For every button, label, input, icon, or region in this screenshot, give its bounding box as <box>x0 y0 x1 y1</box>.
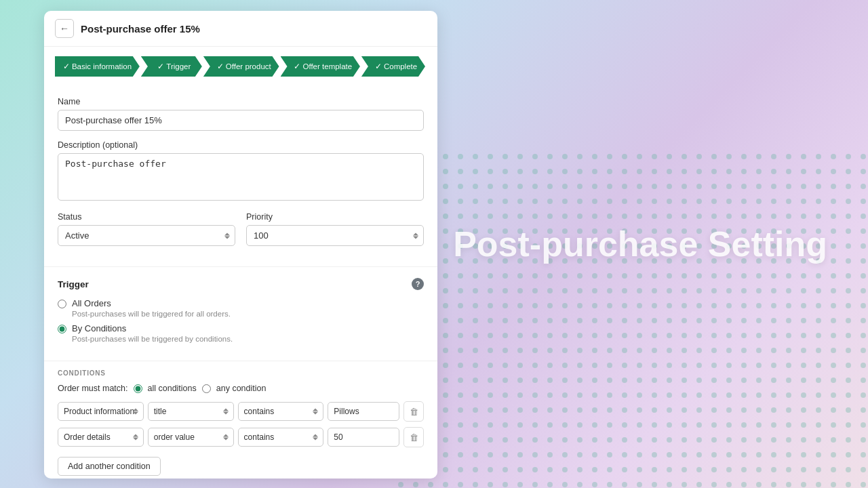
description-group: Description (optional) Post-purchase off… <box>58 140 424 203</box>
condition-type-2-wrap: Product information Order details <box>58 428 144 447</box>
status-group: Status Active Inactive <box>58 212 235 246</box>
main-card: ← Post-purchase offer 15% ✓ Basic inform… <box>44 11 437 479</box>
card-header: ← Post-purchase offer 15% <box>44 11 437 47</box>
trigger-options: All Orders Post-purchases will be trigge… <box>58 298 424 343</box>
condition-field-1-select[interactable]: title id vendor <box>148 402 234 421</box>
card-title: Post-purchase offer 15% <box>81 23 200 35</box>
background-title: Post-purchase Setting <box>453 224 827 264</box>
condition-operator-1-wrap: contains does not contain equals <box>238 402 324 421</box>
by-conditions-desc: Post-purchases will be triggered by cond… <box>72 335 233 343</box>
all-orders-label-text: All Orders <box>72 298 231 308</box>
by-conditions-label[interactable]: By Conditions Post-purchases will be tri… <box>58 323 424 343</box>
conditions-section: CONDITIONS Order must match: all conditi… <box>44 361 437 479</box>
status-label: Status <box>58 212 235 222</box>
trigger-section: Trigger ? All Orders Post-purchases will… <box>44 267 437 361</box>
condition-type-1-wrap: Product information Order details <box>58 402 144 421</box>
step-offer-template[interactable]: ✓ Offer template <box>281 56 360 77</box>
delete-condition-2-button[interactable]: 🗑 <box>403 427 424 447</box>
condition-value-2-wrap <box>328 428 399 447</box>
by-conditions-option: By Conditions Post-purchases will be tri… <box>58 323 424 343</box>
condition-type-1-select[interactable]: Product information Order details <box>58 402 144 421</box>
all-conditions-label: all conditions <box>148 384 197 393</box>
basic-info-section: Name Description (optional) Post-purchas… <box>44 86 437 267</box>
conditions-label: CONDITIONS <box>58 369 424 377</box>
back-icon: ← <box>60 23 69 34</box>
condition-row-1: Product information Order details title … <box>58 401 424 422</box>
by-conditions-label-text: By Conditions <box>72 323 233 333</box>
condition-value-2-input[interactable] <box>328 428 399 447</box>
match-row: Order must match: all conditions any con… <box>58 384 424 393</box>
priority-label: Priority <box>246 212 424 222</box>
priority-wrap <box>246 225 424 246</box>
priority-group: Priority <box>246 212 424 256</box>
condition-operator-2-wrap: contains more than less than <box>238 428 324 447</box>
name-input[interactable] <box>58 110 424 131</box>
all-conditions-radio[interactable] <box>134 384 142 393</box>
match-text: Order must match: <box>58 384 128 393</box>
any-condition-label: any condition <box>216 384 267 393</box>
status-select[interactable]: Active Inactive <box>58 225 235 246</box>
step-basic-information[interactable]: ✓ Basic information <box>55 56 140 77</box>
name-label: Name <box>58 97 424 106</box>
trigger-title: Trigger <box>58 279 89 289</box>
condition-type-2-select[interactable]: Product information Order details <box>58 428 144 447</box>
condition-field-1-wrap: title id vendor <box>148 402 234 421</box>
condition-field-2-select[interactable]: order value order count <box>148 428 234 447</box>
description-input[interactable]: Post-purchase offer <box>58 153 424 201</box>
delete-condition-1-button[interactable]: 🗑 <box>403 401 424 422</box>
step-trigger[interactable]: ✓ Trigger <box>141 56 202 77</box>
condition-value-1-wrap <box>328 402 399 421</box>
trigger-header: Trigger ? <box>58 278 424 290</box>
name-group: Name <box>58 97 424 131</box>
stepper: ✓ Basic information ✓ Trigger ✓ Offer pr… <box>44 47 437 86</box>
svg-rect-1 <box>393 149 868 488</box>
condition-operator-2-select[interactable]: contains more than less than <box>238 428 324 447</box>
all-orders-label[interactable]: All Orders Post-purchases will be trigge… <box>58 298 424 318</box>
back-button[interactable]: ← <box>55 19 74 38</box>
trigger-help-icon[interactable]: ? <box>412 278 424 290</box>
background-decoration <box>393 149 868 488</box>
condition-row-2: Product information Order details order … <box>58 427 424 447</box>
step-offer-product[interactable]: ✓ Offer product <box>203 56 279 77</box>
any-condition-radio[interactable] <box>202 384 211 393</box>
add-condition-button[interactable]: Add another condition <box>58 457 161 476</box>
priority-input[interactable] <box>246 225 424 246</box>
status-priority-row: Status Active Inactive Priority <box>58 212 424 256</box>
by-conditions-radio[interactable] <box>58 325 66 333</box>
step-complete[interactable]: ✓ Complete <box>361 56 425 77</box>
condition-operator-1-select[interactable]: contains does not contain equals <box>238 402 324 421</box>
condition-field-2-wrap: order value order count <box>148 428 234 447</box>
status-select-wrap: Active Inactive <box>58 225 235 246</box>
all-orders-radio[interactable] <box>58 300 66 308</box>
condition-value-1-input[interactable] <box>328 402 399 421</box>
all-orders-option: All Orders Post-purchases will be trigge… <box>58 298 424 318</box>
all-orders-desc: Post-purchases will be triggered for all… <box>72 310 231 318</box>
description-label: Description (optional) <box>58 140 424 150</box>
